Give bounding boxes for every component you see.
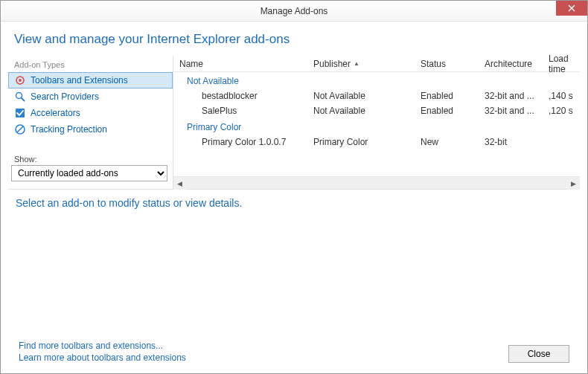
close-button[interactable]: Close — [508, 345, 569, 363]
close-window-button[interactable] — [556, 1, 587, 16]
addon-types-label: Add-on Types — [8, 59, 173, 72]
list-item[interactable]: SalePlus Not Available Enabled 32-bit an… — [173, 103, 580, 118]
show-section: Show: Currently loaded add-ons — [8, 153, 173, 186]
group-header[interactable]: Primary Color — [173, 118, 580, 135]
col-publisher[interactable]: Publisher ▲ — [313, 59, 421, 69]
sort-ascending-icon: ▲ — [354, 60, 359, 67]
detail-prompt: Select an add-on to modify status or vie… — [8, 190, 580, 216]
find-more-link[interactable]: Find more toolbars and extensions... — [19, 341, 186, 351]
header-subtitle: View and manage your Internet Explorer a… — [14, 32, 574, 47]
sidebar-item-toolbars-extensions[interactable]: Toolbars and Extensions — [8, 72, 173, 88]
sidebar-item-label: Tracking Protection — [31, 124, 107, 135]
gear-icon — [14, 74, 26, 86]
rows-container: Not Available bestadblocker Not Availabl… — [173, 72, 580, 176]
footer-actions: Close — [508, 345, 569, 363]
accelerator-icon — [14, 107, 26, 119]
sidebar-item-label: Toolbars and Extensions — [31, 75, 128, 86]
svg-point-1 — [19, 79, 22, 82]
group-header[interactable]: Not Available — [173, 72, 580, 88]
scroll-right-button[interactable]: ▶ — [567, 177, 580, 190]
footer-links: Find more toolbars and extensions... Lea… — [19, 341, 186, 363]
list-item[interactable]: Primary Color 1.0.0.7 Primary Color New … — [173, 135, 580, 149]
block-icon — [14, 123, 26, 135]
split-pane: Add-on Types Toolbars and Extensions Sea… — [8, 56, 580, 190]
show-label: Show: — [11, 153, 170, 165]
sidebar-item-label: Accelerators — [31, 108, 80, 118]
scroll-left-button[interactable]: ◀ — [173, 177, 186, 190]
col-architecture[interactable]: Architecture — [485, 59, 549, 69]
sidebar-item-label: Search Providers — [31, 91, 99, 102]
window-title: Manage Add-ons — [261, 6, 328, 16]
sidebar-item-search-providers[interactable]: Search Providers — [8, 88, 173, 105]
col-status[interactable]: Status — [421, 59, 485, 69]
learn-more-link[interactable]: Learn more about toolbars and extensions — [19, 352, 186, 363]
col-load-time[interactable]: Load time — [549, 54, 580, 74]
search-icon — [14, 91, 26, 103]
close-icon — [568, 4, 575, 12]
sidebar-item-accelerators[interactable]: Accelerators — [8, 105, 173, 121]
sidebar-item-tracking-protection[interactable]: Tracking Protection — [8, 121, 173, 138]
sidebar: Add-on Types Toolbars and Extensions Sea… — [8, 56, 173, 189]
content: Add-on Types Toolbars and Extensions Sea… — [1, 56, 587, 373]
col-name[interactable]: Name — [179, 59, 313, 69]
list-item[interactable]: bestadblocker Not Available Enabled 32-b… — [173, 88, 580, 103]
main-list: Name Publisher ▲ Status Architecture Loa… — [173, 56, 580, 189]
column-headers: Name Publisher ▲ Status Architecture Loa… — [173, 56, 580, 72]
titlebar: Manage Add-ons — [1, 1, 587, 22]
horizontal-scrollbar[interactable]: ◀ ▶ — [173, 176, 580, 189]
header: View and manage your Internet Explorer a… — [1, 22, 587, 56]
show-dropdown[interactable]: Currently loaded add-ons — [11, 165, 167, 181]
footer: Find more toolbars and extensions... Lea… — [8, 333, 580, 373]
